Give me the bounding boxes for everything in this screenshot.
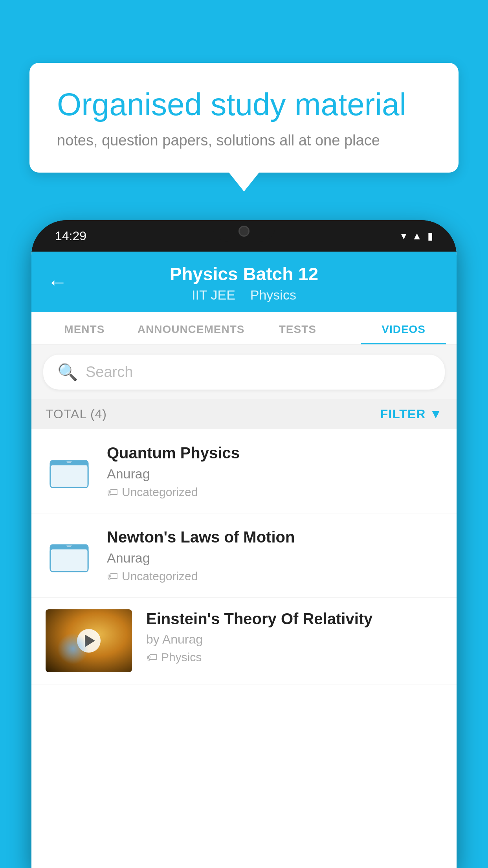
- phone-top-bar: 14:29 ▾ ▲ ▮: [31, 220, 457, 252]
- status-icons: ▾ ▲ ▮: [401, 230, 433, 242]
- video-tag-1: 🏷 Uncategorized: [107, 485, 442, 499]
- video-info-3: Einstein's Theory Of Relativity by Anura…: [146, 609, 442, 664]
- search-bar[interactable]: 🔍 Search: [43, 355, 445, 390]
- folder-icon: [50, 454, 89, 489]
- app-header: ← Physics Batch 12 IIT JEE Physics: [31, 252, 457, 312]
- subtitle-physics: Physics: [250, 287, 296, 302]
- video-author-3: by Anurag: [146, 632, 442, 647]
- battery-icon: ▮: [427, 230, 433, 242]
- wifi-icon: ▾: [401, 230, 406, 242]
- video-info-2: Newton's Laws of Motion Anurag 🏷 Uncateg…: [107, 528, 442, 583]
- tag-icon-3: 🏷: [146, 651, 157, 664]
- video-author-2: Anurag: [107, 550, 442, 566]
- filter-button[interactable]: FILTER ▼: [380, 407, 442, 421]
- thumb-glow: [57, 633, 89, 664]
- tab-videos[interactable]: VIDEOS: [350, 312, 457, 344]
- filter-bar: TOTAL (4) FILTER ▼: [31, 399, 457, 429]
- video-list: Quantum Physics Anurag 🏷 Uncategorized: [31, 429, 457, 684]
- search-icon: 🔍: [57, 362, 78, 382]
- folder-icon: [50, 538, 89, 573]
- tab-ments[interactable]: MENTS: [31, 312, 138, 344]
- video-title-3: Einstein's Theory Of Relativity: [146, 609, 442, 628]
- video-title-2: Newton's Laws of Motion: [107, 528, 442, 546]
- phone-screen: ← Physics Batch 12 IIT JEE Physics MENTS…: [31, 252, 457, 868]
- filter-icon: ▼: [429, 407, 442, 421]
- phone-shell: 14:29 ▾ ▲ ▮ ← Physics Batch 12 IIT JEE P…: [31, 220, 457, 868]
- video-info-1: Quantum Physics Anurag 🏷 Uncategorized: [107, 443, 442, 499]
- back-button[interactable]: ←: [47, 270, 68, 294]
- video-title-1: Quantum Physics: [107, 443, 442, 462]
- filter-label: FILTER: [380, 407, 426, 421]
- tab-announcements[interactable]: ANNOUNCEMENTS: [138, 312, 245, 344]
- search-container: 🔍 Search: [31, 345, 457, 399]
- tab-tests[interactable]: TESTS: [245, 312, 351, 344]
- list-item[interactable]: Einstein's Theory Of Relativity by Anura…: [31, 598, 457, 684]
- folder-thumb-1: [46, 448, 93, 495]
- video-thumbnail-3: [46, 609, 132, 672]
- tag-icon-2: 🏷: [107, 570, 118, 583]
- speech-bubble: Organised study material notes, question…: [29, 63, 459, 173]
- folder-thumb-2: [46, 532, 93, 579]
- app-subtitle: IIT JEE Physics: [51, 287, 437, 303]
- video-tag-3: 🏷 Physics: [146, 651, 442, 664]
- bubble-title: Organised study material: [57, 86, 431, 123]
- phone-notch: [213, 220, 275, 242]
- svg-rect-2: [51, 465, 87, 487]
- total-count: TOTAL (4): [46, 407, 107, 421]
- signal-icon: ▲: [412, 230, 422, 242]
- subtitle-iit: IIT JEE: [192, 287, 235, 302]
- svg-rect-5: [51, 550, 87, 571]
- video-author-1: Anurag: [107, 466, 442, 482]
- video-tag-2: 🏷 Uncategorized: [107, 570, 442, 583]
- tag-icon-1: 🏷: [107, 486, 118, 499]
- phone-camera: [238, 226, 250, 237]
- list-item[interactable]: Quantum Physics Anurag 🏷 Uncategorized: [31, 429, 457, 513]
- app-title: Physics Batch 12: [51, 263, 437, 285]
- bubble-subtitle: notes, question papers, solutions all at…: [57, 132, 431, 149]
- tabs-bar: MENTS ANNOUNCEMENTS TESTS VIDEOS: [31, 312, 457, 345]
- search-placeholder: Search: [86, 364, 133, 381]
- list-item[interactable]: Newton's Laws of Motion Anurag 🏷 Uncateg…: [31, 513, 457, 598]
- phone-time: 14:29: [55, 229, 86, 243]
